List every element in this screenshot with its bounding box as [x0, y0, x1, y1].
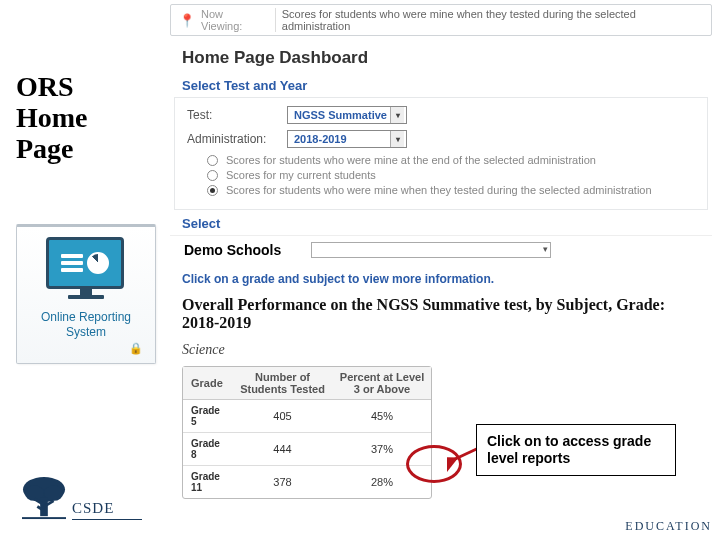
section-select: Select — [170, 210, 712, 235]
now-viewing-bar: 📍 Now Viewing: Scores for students who w… — [170, 4, 712, 36]
cell-pct: 45% — [333, 400, 431, 433]
footer-education: EDUCATION — [625, 519, 712, 534]
chevron-down-icon: ▾ — [390, 131, 404, 147]
col-pct-l3: Percent at Level 3 or Above — [333, 367, 431, 400]
radio-row-2[interactable]: Scores for my current students — [207, 169, 695, 181]
col-num-tested: Number of Students Tested — [232, 367, 333, 400]
click-hint: Click on a grade and subject to view mor… — [170, 264, 712, 292]
radio-label: Scores for my current students — [226, 169, 376, 181]
table-row[interactable]: Grade 5 405 45% — [183, 400, 431, 433]
test-select-value: NGSS Summative — [294, 109, 387, 121]
radio-label: Scores for students who were mine at the… — [226, 154, 596, 166]
radio-label: Scores for students who were mine when t… — [226, 184, 652, 196]
cell-grade: Grade 8 — [183, 433, 232, 466]
chevron-down-icon: ▾ — [390, 107, 404, 123]
admin-select[interactable]: 2018-2019 ▾ — [287, 130, 407, 148]
col-grade: Grade — [183, 367, 232, 400]
left-sidebar: ORS Home Page Online Reporting System 🔒 — [16, 72, 166, 364]
csde-logo: CSDE — [20, 476, 142, 520]
dashboard-title: Home Page Dashboard — [170, 42, 712, 72]
table-row[interactable]: Grade 11 378 28% — [183, 466, 431, 499]
cell-pct: 28% — [333, 466, 431, 499]
radio-icon-checked[interactable] — [207, 185, 218, 196]
chevron-down-icon: ▾ — [543, 244, 548, 254]
school-select-row: Demo Schools ▾ — [170, 235, 712, 264]
test-year-panel: Test: NGSS Summative ▾ Administration: 2… — [174, 97, 708, 210]
section-test-year: Select Test and Year — [170, 72, 712, 97]
cell-pct: 37% — [333, 433, 431, 466]
admin-select-value: 2018-2019 — [294, 133, 347, 145]
table-header-row: Grade Number of Students Tested Percent … — [183, 367, 431, 400]
page-title: ORS Home Page — [16, 72, 166, 164]
csde-text: CSDE — [72, 500, 142, 520]
radio-row-1[interactable]: Scores for students who were mine at the… — [207, 154, 695, 166]
svg-rect-4 — [22, 517, 66, 519]
subject-science: Science — [170, 334, 712, 362]
pin-icon: 📍 — [179, 13, 195, 28]
demo-schools-label: Demo Schools — [184, 242, 281, 258]
radio-icon[interactable] — [207, 170, 218, 181]
table-row[interactable]: Grade 8 444 37% — [183, 433, 431, 466]
performance-table: Grade Number of Students Tested Percent … — [182, 366, 432, 499]
test-select[interactable]: NGSS Summative ▾ — [287, 106, 407, 124]
cell-grade: Grade 5 — [183, 400, 232, 433]
admin-label: Administration: — [187, 132, 277, 146]
tree-icon — [20, 476, 68, 520]
cell-num: 405 — [232, 400, 333, 433]
cell-num: 378 — [232, 466, 333, 499]
radio-icon[interactable] — [207, 155, 218, 166]
ors-reporting-card[interactable]: Online Reporting System 🔒 — [16, 224, 156, 364]
ors-card-label: Online Reporting System — [23, 307, 149, 342]
lock-icon: 🔒 — [129, 342, 143, 355]
cell-num: 444 — [232, 433, 333, 466]
now-viewing-label: Now Viewing: — [201, 8, 276, 32]
annotation-callout: Click on to access grade level reports — [476, 424, 676, 476]
monitor-icon — [46, 237, 126, 297]
cell-grade: Grade 11 — [183, 466, 232, 499]
overall-performance-title: Overall Performance on the NGSS Summativ… — [170, 292, 712, 334]
school-select[interactable]: ▾ — [311, 242, 551, 258]
radio-row-3[interactable]: Scores for students who were mine when t… — [207, 184, 695, 196]
now-viewing-text: Scores for students who were mine when t… — [282, 8, 703, 32]
test-label: Test: — [187, 108, 277, 122]
